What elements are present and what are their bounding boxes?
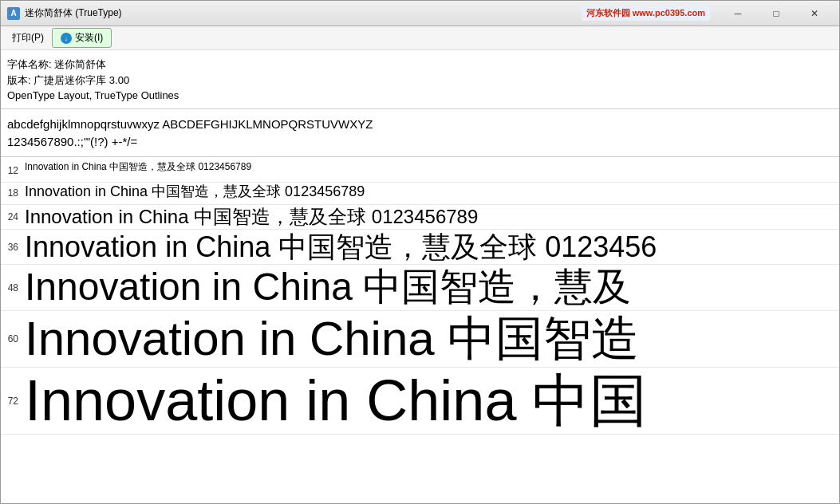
maximize-button[interactable]: □ xyxy=(758,2,795,26)
font-info-section: 字体名称: 迷你简舒体 版本: 广捷居迷你字库 3.00 OpenType La… xyxy=(1,50,839,109)
font-version-info: 版本: 广捷居迷你字库 3.00 xyxy=(7,73,833,89)
sample-text: Innovation in China 中国智造，慧及全球 0123456789 xyxy=(25,184,839,200)
font-name-info: 字体名称: 迷你简舒体 xyxy=(7,57,833,73)
sample-row: 36Innovation in China 中国智造，慧及全球 0123456 xyxy=(1,230,839,266)
watermark-logo: 河东软件园 www.pc0395.com xyxy=(582,6,710,21)
sample-text: Innovation in China 中国智造，慧及全球 0123456 xyxy=(25,231,839,263)
font-size-label: 12 xyxy=(1,165,25,176)
print-menu-item[interactable]: 打印(P) xyxy=(4,28,52,48)
font-size-label: 18 xyxy=(1,187,25,199)
sample-row: 12Innovation in China 中国智造，慧及全球 01234567… xyxy=(1,160,839,183)
main-window: A 迷你简舒体 (TrueType) 河东软件园 www.pc0395.com … xyxy=(0,0,840,504)
font-size-label: 72 xyxy=(1,396,25,407)
font-size-label: 48 xyxy=(1,282,25,293)
sample-row: 48Innovation in China 中国智造，慧及 xyxy=(1,265,839,311)
minimize-button[interactable]: ─ xyxy=(720,2,756,26)
font-type-info: OpenType Layout, TrueType Outlines xyxy=(7,88,833,104)
install-label: 安装(I) xyxy=(75,31,103,45)
sample-text: Innovation in China 中国智造，慧及 xyxy=(25,266,839,309)
close-button[interactable]: ✕ xyxy=(796,2,833,26)
install-icon: ↓ xyxy=(61,33,72,44)
window-controls: ─ □ ✕ xyxy=(720,2,833,26)
title-bar: A 迷你简舒体 (TrueType) 河东软件园 www.pc0395.com … xyxy=(1,1,839,26)
sample-text: Innovation in China 中国智造 xyxy=(25,313,839,365)
alphabet-lowercase-uppercase: abcdefghijklmnopqrstuvwxyz ABCDEFGHIJKLM… xyxy=(7,116,833,134)
window-title: 迷你简舒体 (TrueType) xyxy=(25,6,582,20)
sample-row: 72Innovation in China 中国 xyxy=(1,368,839,435)
font-samples-section[interactable]: 12Innovation in China 中国智造，慧及全球 01234567… xyxy=(1,157,839,504)
install-button[interactable]: ↓ 安装(I) xyxy=(52,28,112,48)
sample-row: 60Innovation in China 中国智造 xyxy=(1,311,839,368)
font-size-label: 36 xyxy=(1,242,25,253)
sample-text: Innovation in China 中国 xyxy=(25,369,839,432)
sample-row: 18Innovation in China 中国智造，慧及全球 01234567… xyxy=(1,183,839,205)
alphabet-numbers: 1234567890.:;'"(!?) +-*/= xyxy=(7,133,833,152)
app-icon: A xyxy=(7,7,20,20)
font-size-label: 24 xyxy=(1,211,25,222)
sample-row: 24Innovation in China 中国智造，慧及全球 01234567… xyxy=(1,205,839,230)
alphabet-section: abcdefghijklmnopqrstuvwxyz ABCDEFGHIJKLM… xyxy=(1,109,839,157)
sample-text: Innovation in China 中国智造，慧及全球 0123456789 xyxy=(25,162,839,172)
font-size-label: 60 xyxy=(1,333,25,345)
sample-text: Innovation in China 中国智造，慧及全球 0123456789 xyxy=(25,207,839,227)
menu-bar: 打印(P) ↓ 安装(I) xyxy=(1,26,839,50)
